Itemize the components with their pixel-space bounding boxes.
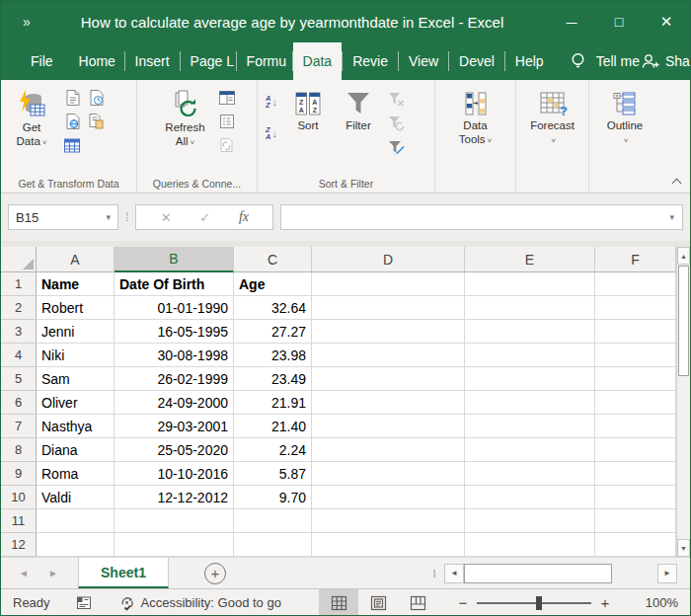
cell-D12[interactable] — [312, 533, 465, 557]
recent-sources-button[interactable] — [85, 87, 107, 109]
row-header-1[interactable]: 1 — [1, 272, 37, 296]
page-layout-view-button[interactable] — [358, 589, 398, 616]
cell-E12[interactable] — [465, 533, 595, 557]
sort-button[interactable]: Z A A Z Sort — [284, 83, 332, 168]
cell-D10[interactable] — [312, 486, 465, 509]
cell-F9[interactable] — [595, 462, 676, 486]
cell-A10[interactable]: Valdi — [37, 486, 115, 509]
sheet-nav-left-icon[interactable]: ◄ — [9, 568, 38, 578]
cell-E9[interactable] — [465, 462, 595, 486]
page-break-preview-button[interactable] — [398, 589, 437, 616]
cell-A5[interactable]: Sam — [37, 367, 115, 391]
cell-A1[interactable]: Name — [37, 272, 115, 296]
cell-F10[interactable] — [595, 486, 676, 509]
cell-A8[interactable]: Diana — [37, 438, 115, 462]
vertical-scroll-track[interactable] — [677, 377, 690, 539]
cell-B8[interactable]: 25-05-2020 — [115, 438, 234, 462]
row-header-4[interactable]: 4 — [1, 344, 37, 367]
cell-F11[interactable] — [595, 509, 676, 533]
cell-C6[interactable]: 21.91 — [234, 391, 312, 415]
cell-B9[interactable]: 10-10-2016 — [115, 462, 234, 486]
cell-F8[interactable] — [595, 438, 676, 462]
cell-B3[interactable]: 16-05-1995 — [115, 320, 234, 344]
horizontal-scroll-track[interactable] — [612, 564, 657, 583]
scroll-right-button[interactable]: ► — [657, 564, 677, 583]
cell-C9[interactable]: 5.87 — [234, 462, 312, 486]
cell-A4[interactable]: Niki — [37, 344, 115, 367]
name-box[interactable]: B15 ▾ — [8, 204, 118, 230]
cell-F3[interactable] — [595, 320, 676, 344]
sort-descending-button[interactable]: ZA ↓ — [261, 122, 282, 144]
cell-F2[interactable] — [595, 296, 676, 320]
cancel-entry-icon[interactable]: ✕ — [161, 210, 172, 225]
cell-B12[interactable] — [115, 533, 234, 557]
row-header-3[interactable]: 3 — [1, 320, 37, 344]
horizontal-scroll-thumb[interactable] — [464, 564, 612, 583]
cell-A11[interactable] — [37, 509, 115, 533]
select-all-corner[interactable] — [1, 247, 37, 272]
forecast-button[interactable]: ? Forecast ˅ — [523, 83, 582, 168]
cell-C7[interactable]: 21.40 — [234, 415, 312, 438]
queries-connections-button[interactable] — [216, 87, 238, 109]
cell-A9[interactable]: Roma — [37, 462, 115, 486]
cell-A12[interactable] — [37, 533, 115, 557]
zoom-slider[interactable] — [477, 602, 591, 604]
cell-C8[interactable]: 2.24 — [234, 438, 312, 462]
from-table-range-button[interactable] — [61, 134, 83, 156]
tab-data[interactable]: Data — [293, 42, 343, 80]
tab-insert[interactable]: Insert — [125, 42, 180, 80]
cell-F12[interactable] — [595, 533, 676, 557]
expand-formula-bar-icon[interactable]: ▾ — [669, 212, 674, 222]
row-header-5[interactable]: 5 — [1, 367, 37, 391]
cell-E7[interactable] — [465, 415, 595, 438]
tab-view[interactable]: View — [399, 42, 448, 80]
zoom-out-button[interactable]: − — [451, 594, 475, 611]
from-web-button[interactable] — [61, 111, 83, 132]
cell-D3[interactable] — [312, 320, 465, 344]
row-header-9[interactable]: 9 — [1, 462, 37, 486]
zoom-in-button[interactable]: + — [593, 594, 617, 611]
tell-me-button[interactable]: Tell me — [570, 42, 640, 80]
tab-revie[interactable]: Revie — [343, 42, 398, 80]
column-header-D[interactable]: D — [312, 247, 465, 272]
horizontal-scrollbar[interactable]: ◄ ► — [444, 564, 677, 583]
edit-links-button[interactable] — [216, 134, 238, 156]
cell-E11[interactable] — [465, 509, 595, 533]
tab-file[interactable]: File — [15, 42, 69, 80]
outline-button[interactable]: Outline ˅ — [596, 83, 653, 168]
accessibility-status[interactable]: Accessibility: Good to go — [119, 595, 281, 611]
zoom-level[interactable]: 100% — [623, 595, 678, 610]
advanced-filter-button[interactable] — [385, 136, 407, 158]
cell-F7[interactable] — [595, 415, 676, 438]
insert-function-icon[interactable]: fx — [239, 209, 249, 225]
vertical-scroll-thumb[interactable] — [678, 266, 689, 376]
data-tools-button[interactable]: Data Tools˅ — [445, 83, 506, 168]
cell-C1[interactable]: Age — [234, 272, 312, 296]
get-data-button[interactable]: Get Data˅ — [4, 83, 59, 168]
row-header-7[interactable]: 7 — [1, 415, 37, 438]
scroll-up-button[interactable]: ▲ — [677, 247, 690, 265]
cell-B2[interactable]: 01-01-1990 — [115, 296, 234, 320]
cell-F6[interactable] — [595, 391, 676, 415]
share-button[interactable]: Share — [640, 42, 691, 80]
cell-E3[interactable] — [465, 320, 595, 344]
maximize-button[interactable]: □ — [595, 1, 643, 42]
tab-help[interactable]: Help — [505, 42, 554, 80]
cell-D7[interactable] — [312, 415, 465, 438]
zoom-slider-handle[interactable] — [536, 596, 542, 610]
quick-access-toolbar-icon[interactable]: » — [23, 14, 42, 30]
cell-B6[interactable]: 24-09-2000 — [115, 391, 234, 415]
cell-E8[interactable] — [465, 438, 595, 462]
sheet-nav-right-icon[interactable]: ► — [38, 568, 68, 578]
cell-A3[interactable]: Jenni — [37, 320, 115, 344]
cell-B5[interactable]: 26-02-1999 — [115, 367, 234, 391]
refresh-all-button[interactable]: Refresh All˅ — [157, 83, 214, 168]
cell-D6[interactable] — [312, 391, 465, 415]
reapply-filter-button[interactable] — [385, 113, 407, 134]
scroll-left-button[interactable]: ◄ — [444, 564, 464, 583]
row-header-8[interactable]: 8 — [1, 438, 37, 462]
normal-view-button[interactable] — [319, 589, 358, 616]
tab-formu[interactable]: Formu — [237, 42, 292, 80]
cell-E6[interactable] — [465, 391, 595, 415]
row-header-2[interactable]: 2 — [1, 296, 37, 320]
